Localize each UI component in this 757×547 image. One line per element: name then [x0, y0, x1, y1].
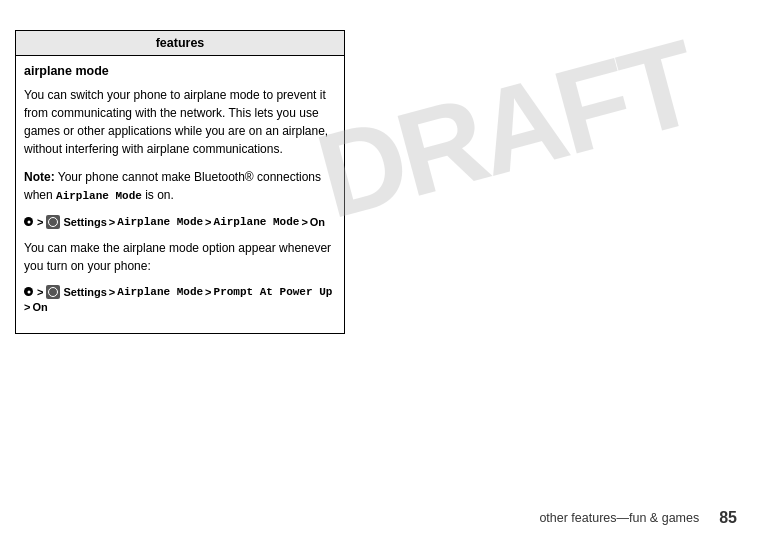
- note-label: Note:: [24, 170, 55, 184]
- page-footer: other features—fun & games 85: [539, 509, 737, 527]
- nav2-settings: Settings: [63, 286, 106, 298]
- nav1-settings: Settings: [63, 216, 106, 228]
- draft-watermark: DRAFT: [304, 13, 708, 245]
- nav-line-1: > Settings > Airplane Mode > Airplane Mo…: [24, 215, 336, 229]
- body-paragraph-2: You can make the airplane mode option ap…: [24, 239, 336, 275]
- nav2-arrow3: >: [205, 286, 211, 298]
- nav1-on: On: [310, 216, 325, 228]
- nav1-arrow2: >: [109, 216, 115, 228]
- nav1-airplane-mode-2: Airplane Mode: [214, 216, 300, 228]
- footer-text: other features—fun & games: [539, 511, 699, 525]
- table-header: features: [16, 31, 345, 56]
- nav2-arrow1: >: [37, 286, 43, 298]
- nav2-airplane-mode: Airplane Mode: [117, 286, 203, 298]
- nav2-prompt: Prompt At Power Up: [214, 286, 333, 298]
- page-number: 85: [719, 509, 737, 527]
- nav1-airplane-mode-1: Airplane Mode: [117, 216, 203, 228]
- note-paragraph: Note: Your phone cannot make Bluetooth® …: [24, 168, 336, 205]
- note-end: is on.: [142, 188, 174, 202]
- table-body: airplane mode You can switch your phone …: [16, 56, 345, 334]
- nav1-arrow3: >: [205, 216, 211, 228]
- nav1-bullet: [24, 217, 33, 226]
- settings-icon-1: [46, 215, 60, 229]
- nav2-on: On: [32, 301, 47, 313]
- nav2-arrow4: >: [24, 301, 30, 313]
- nav1-arrow1: >: [37, 216, 43, 228]
- settings-icon-2: [46, 285, 60, 299]
- note-highlight: Airplane Mode: [56, 190, 142, 202]
- body-paragraph-1: You can switch your phone to airplane mo…: [24, 86, 336, 158]
- page-container: DRAFT features airplane mode You can swi…: [0, 0, 757, 547]
- section-title: airplane mode: [24, 64, 336, 78]
- nav2-arrow2: >: [109, 286, 115, 298]
- nav-line-2: > Settings > Airplane Mode > Prompt At P…: [24, 285, 336, 313]
- nav2-bullet: [24, 287, 33, 296]
- nav1-arrow4: >: [301, 216, 307, 228]
- content-table: features airplane mode You can switch yo…: [15, 30, 345, 334]
